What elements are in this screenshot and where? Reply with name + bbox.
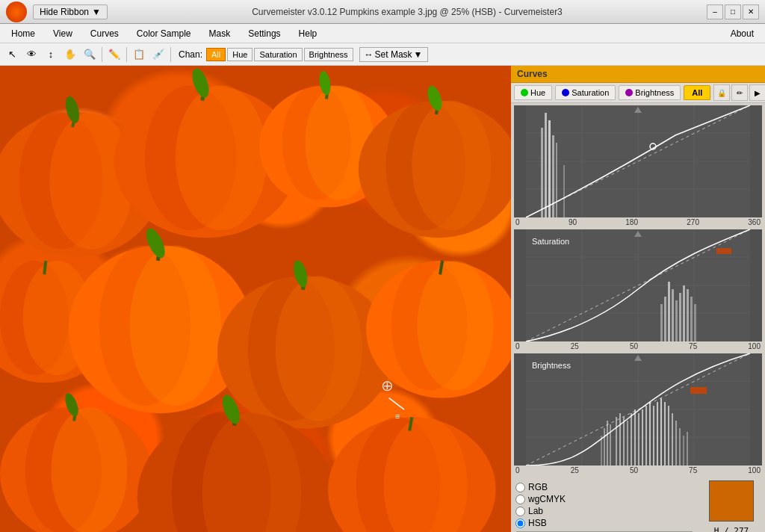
tool-zoom[interactable]: 🔍 [81, 46, 99, 64]
toolbar: ↖ 👁 ↕ ✋ 🔍 ✏️ 📋 💉 Chan: All Hue Saturatio… [0, 43, 765, 66]
titlebar: Hide Ribbon ▼ Curvemeister v3.0.12 Pumpk… [0, 0, 765, 24]
svg-point-36 [417, 261, 493, 391]
brightness-chart-wrapper[interactable]: Brightness 0 25 50 75 100 [514, 353, 762, 475]
pumpkins-svg: ⊕ ≡ [0, 66, 511, 532]
minimize-button[interactable]: – [707, 4, 723, 19]
curves-panel: Curves Hue Saturation Brightness All 🔒 [511, 66, 765, 477]
menu-home[interactable]: Home [3, 25, 43, 42]
channel-label: Chan: [179, 49, 202, 60]
sat-axis-25: 25 [571, 342, 579, 350]
svg-point-31 [276, 276, 362, 421]
radio-wgcmyk[interactable] [515, 495, 525, 504]
menu-about[interactable]: About [722, 25, 762, 42]
maximize-button[interactable]: □ [725, 4, 741, 19]
svg-rect-82 [675, 300, 678, 341]
h-value: 277 [734, 526, 749, 532]
set-mask-label: Set Mask [375, 49, 412, 60]
channel-saturation-button[interactable]: Saturation [254, 48, 302, 61]
bri-axis-25: 25 [571, 466, 579, 474]
svg-point-7 [176, 85, 267, 230]
radio-hsb[interactable] [515, 519, 525, 528]
svg-rect-122 [687, 432, 688, 466]
bri-axis-75: 75 [689, 466, 697, 474]
curves-tab-saturation[interactable]: Saturation [555, 85, 616, 100]
menu-curves[interactable]: Curves [82, 25, 127, 42]
tool-copy[interactable]: 📋 [130, 46, 148, 64]
svg-rect-65 [552, 135, 554, 217]
channel-brightness-button[interactable]: Brightness [304, 48, 353, 61]
hide-ribbon-button[interactable]: Hide Ribbon ▼ [33, 4, 108, 19]
h-value-row: H / 277 [714, 525, 749, 532]
hue-axis-0: 0 [515, 218, 520, 226]
tab-actions: 🔒 ✏ ▶ [713, 84, 765, 101]
menu-help[interactable]: Help [291, 25, 326, 42]
radio-lab[interactable] [515, 507, 525, 516]
menu-color-sample[interactable]: Color Sample [128, 25, 199, 42]
svg-rect-66 [556, 143, 557, 217]
svg-rect-99 [601, 436, 602, 466]
curves-tab-brightness[interactable]: Brightness [619, 85, 681, 100]
channel-hue-button[interactable]: Hue [227, 48, 253, 61]
cursor-symbol: ⊕ [381, 377, 394, 394]
svg-rect-119 [675, 421, 677, 466]
svg-rect-117 [668, 406, 669, 466]
lab-label: Lab [528, 506, 543, 516]
svg-rect-107 [631, 413, 632, 466]
channel-all-button[interactable]: All [206, 48, 226, 61]
hue-chart-wrapper[interactable]: 0 90 180 270 360 [514, 105, 762, 227]
svg-rect-118 [672, 413, 673, 466]
tool-eye[interactable]: 👁 [22, 46, 40, 64]
hide-ribbon-label: Hide Ribbon [40, 7, 89, 17]
hue-axis-90: 90 [569, 218, 577, 226]
tool-eyedropper[interactable]: 💉 [149, 46, 167, 64]
sat-axis-75: 75 [689, 342, 697, 350]
brightness-chart-axis: 0 25 50 75 100 [514, 466, 762, 475]
radio-wgcmyk-row: wgCMYK [515, 494, 693, 504]
hue-chart-svg [514, 105, 762, 217]
svg-rect-67 [563, 165, 565, 217]
svg-rect-116 [664, 402, 666, 466]
menubar: Home View Curves Color Sample Mask Setti… [0, 24, 765, 43]
right-panel: Curves Hue Saturation Brightness All 🔒 [511, 66, 765, 532]
menu-view[interactable]: View [45, 25, 81, 42]
bri-axis-0: 0 [515, 466, 520, 474]
app-logo [6, 1, 27, 22]
wgcmyk-label: wgCMYK [528, 494, 566, 504]
bottom-panel: RGB wgCMYK Lab HSB Co [511, 477, 765, 532]
svg-rect-110 [642, 409, 643, 466]
set-mask-button[interactable]: ↔ Set Mask ▼ [359, 47, 428, 62]
svg-rect-101 [607, 421, 608, 466]
curves-tab-hue[interactable]: Hue [514, 85, 552, 100]
svg-rect-63 [545, 113, 547, 217]
info-modes-panel: RGB wgCMYK Lab HSB Co [511, 477, 698, 532]
canvas-area[interactable]: ⊕ ≡ [0, 66, 511, 532]
tool-hand[interactable]: ✋ [61, 46, 79, 64]
svg-rect-84 [683, 285, 685, 341]
saturation-chart-axis: 0 25 50 75 100 [514, 341, 762, 351]
svg-point-40 [51, 407, 127, 532]
tool-arrow[interactable]: ↖ [3, 46, 21, 64]
svg-rect-105 [623, 417, 625, 466]
hue-tab-label: Hue [530, 88, 545, 97]
tab-action-lock[interactable]: 🔒 [713, 84, 730, 101]
svg-rect-80 [668, 282, 670, 341]
saturation-chart-wrapper[interactable]: Saturation 0 25 50 75 100 [514, 229, 762, 351]
saturation-tab-label: Saturation [572, 88, 609, 97]
hue-axis-360: 360 [748, 218, 761, 226]
color-swatch [709, 480, 754, 522]
tab-action-edit[interactable]: ✏ [731, 84, 748, 101]
menu-mask[interactable]: Mask [201, 25, 239, 42]
close-button[interactable]: ✕ [743, 4, 759, 19]
toolbar-separator-3 [170, 47, 171, 62]
svg-rect-123 [690, 387, 707, 394]
tab-action-next[interactable]: ▶ [749, 84, 765, 101]
svg-rect-108 [634, 409, 636, 466]
tool-pencil[interactable]: ✏️ [105, 46, 123, 64]
menu-settings[interactable]: Settings [240, 25, 288, 42]
curves-tab-all[interactable]: All [684, 85, 710, 100]
svg-rect-85 [687, 289, 689, 341]
hue-chart-axis: 0 90 180 270 360 [514, 217, 762, 227]
tool-cursor[interactable]: ↕ [42, 46, 60, 64]
radio-rgb[interactable] [515, 483, 525, 492]
svg-rect-115 [660, 398, 662, 466]
